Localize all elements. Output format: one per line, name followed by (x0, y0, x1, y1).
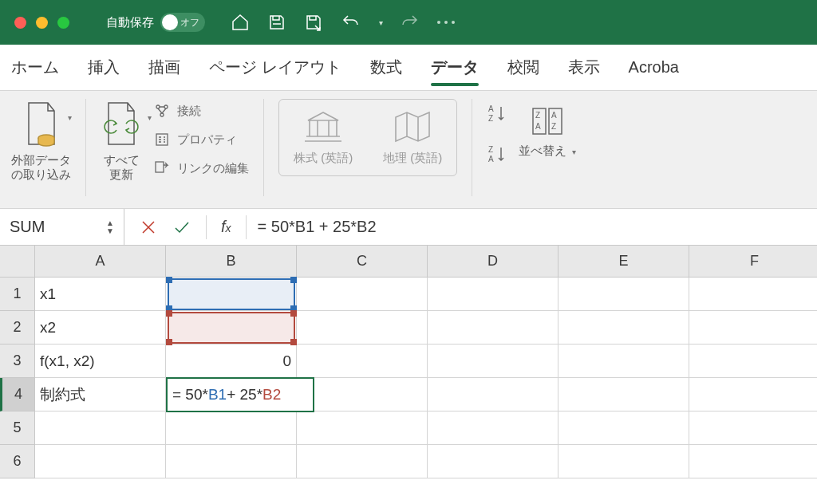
more-icon[interactable] (437, 21, 455, 24)
cell-A6[interactable] (35, 445, 166, 478)
tab-insert[interactable]: 挿入 (88, 57, 120, 78)
tab-home[interactable]: ホーム (11, 57, 59, 78)
cell-F4[interactable] (689, 378, 817, 411)
cell-B2[interactable] (166, 311, 297, 345)
save-icon[interactable] (267, 13, 286, 32)
cell-A2[interactable]: x2 (35, 311, 166, 345)
refresh-all-button[interactable]: ▾ すべて更新 (101, 99, 142, 182)
cell-C6[interactable] (297, 445, 428, 478)
cell-F2[interactable] (689, 311, 817, 345)
stocks-button[interactable]: 株式 (英語) (294, 109, 353, 166)
maximize-window-button[interactable] (57, 17, 69, 29)
properties-button[interactable]: プロパティ (153, 131, 249, 148)
cell-E3[interactable] (558, 345, 689, 378)
cell-D3[interactable] (428, 345, 558, 378)
col-header-C[interactable]: C (297, 246, 428, 278)
cell-B6[interactable] (166, 445, 297, 478)
external-data-button[interactable]: ▾ 外部データの取り込み (11, 99, 71, 182)
svg-rect-5 (156, 162, 164, 172)
cell-E1[interactable] (558, 278, 689, 311)
separator (85, 99, 86, 196)
cell-C2[interactable] (297, 311, 428, 345)
cell-F1[interactable] (689, 278, 817, 311)
edit-links-button[interactable]: リンクの編集 (153, 159, 249, 177)
connections-button[interactable]: 接続 (153, 102, 249, 120)
cancel-icon[interactable] (139, 218, 158, 237)
tab-view[interactable]: 表示 (568, 57, 600, 78)
cell-B5[interactable] (166, 411, 297, 445)
sort-dialog-button[interactable]: ZAAZ 並べ替え ▾ (519, 104, 575, 159)
undo-icon[interactable] (341, 13, 360, 32)
home-icon[interactable] (231, 13, 250, 32)
autosave-state: オフ (180, 16, 199, 30)
cell-A1[interactable]: x1 (35, 278, 166, 311)
cell-B3[interactable]: 0 (166, 345, 297, 378)
select-all-corner[interactable] (0, 246, 35, 278)
tab-acrobat[interactable]: Acroba (629, 58, 679, 77)
row-header-3[interactable]: 3 (0, 345, 35, 378)
sort-desc-button[interactable]: ZA (487, 144, 507, 167)
geography-button[interactable]: 地理 (英語) (383, 109, 442, 166)
name-box-dropdown[interactable]: ▲▼ (106, 219, 114, 235)
cell-E2[interactable] (558, 311, 689, 345)
sort-asc-button[interactable]: AZ (487, 104, 507, 127)
cell-editor-B4[interactable]: = 50*B1 + 25*B2 (166, 377, 314, 412)
close-window-button[interactable] (14, 17, 26, 29)
svg-point-3 (160, 113, 164, 116)
tab-review[interactable]: 校閲 (507, 57, 539, 78)
redo-icon[interactable] (401, 13, 420, 32)
tab-data[interactable]: データ (431, 57, 479, 78)
cell-A3[interactable]: f(x1, x2) (35, 345, 166, 378)
cell-C1[interactable] (297, 278, 428, 311)
cell-D2[interactable] (428, 311, 558, 345)
col-header-E[interactable]: E (558, 246, 689, 278)
cell-D6[interactable] (428, 445, 558, 478)
row-header-4[interactable]: 4 (0, 378, 35, 411)
formula-text: = 50*B1 + 25*B2 (258, 218, 377, 235)
properties-label: プロパティ (177, 132, 237, 148)
autosave-toggle[interactable]: オフ (160, 13, 205, 32)
confirm-icon[interactable] (172, 218, 191, 237)
row-header-2[interactable]: 2 (0, 311, 35, 345)
col-header-A[interactable]: A (35, 246, 166, 278)
svg-text:A: A (488, 155, 494, 163)
row-header-1[interactable]: 1 (0, 278, 35, 311)
cell-D4[interactable] (428, 378, 558, 411)
cell-C5[interactable] (297, 411, 428, 445)
stocks-label: 株式 (英語) (294, 151, 353, 166)
cell-D1[interactable] (428, 278, 558, 311)
chevron-down-icon: ▾ (68, 113, 72, 122)
row-header-6[interactable]: 6 (0, 445, 35, 478)
cell-F3[interactable] (689, 345, 817, 378)
cell-F5[interactable] (689, 411, 817, 445)
cell-F6[interactable] (689, 445, 817, 478)
connections-label: 接続 (177, 104, 201, 119)
tab-formulas[interactable]: 数式 (370, 57, 402, 78)
external-data-label: 外部データの取り込み (11, 153, 71, 182)
window-controls (14, 17, 69, 29)
undo-dropdown[interactable]: ▾ (379, 18, 383, 27)
cell-E4[interactable] (558, 378, 689, 411)
cell-E5[interactable] (558, 411, 689, 445)
spreadsheet-grid[interactable]: A B C D E F 1 x1 2 x2 3 f(x1, x2) 0 4 制約… (0, 246, 817, 478)
cell-E6[interactable] (558, 445, 689, 478)
name-box[interactable]: SUM ▲▼ (0, 209, 124, 245)
tab-layout[interactable]: ページ レイアウト (209, 57, 341, 78)
minimize-window-button[interactable] (36, 17, 48, 29)
tab-draw[interactable]: 描画 (148, 57, 180, 78)
formula-input[interactable]: = 50*B1 + 25*B2 (247, 218, 817, 236)
cell-A4[interactable]: 制約式 (35, 378, 166, 411)
fx-icon[interactable]: fx (221, 218, 231, 236)
cell-A5[interactable] (35, 411, 166, 445)
row-header-5[interactable]: 5 (0, 411, 35, 445)
cell-D5[interactable] (428, 411, 558, 445)
cell-C4[interactable] (297, 378, 428, 411)
col-header-B[interactable]: B (166, 246, 297, 278)
svg-text:Z: Z (488, 114, 493, 123)
save-as-icon[interactable] (304, 13, 323, 32)
qat: ▾ (231, 13, 455, 32)
col-header-F[interactable]: F (689, 246, 817, 278)
col-header-D[interactable]: D (428, 246, 558, 278)
cell-B1[interactable] (166, 278, 297, 311)
cell-C3[interactable] (297, 345, 428, 378)
